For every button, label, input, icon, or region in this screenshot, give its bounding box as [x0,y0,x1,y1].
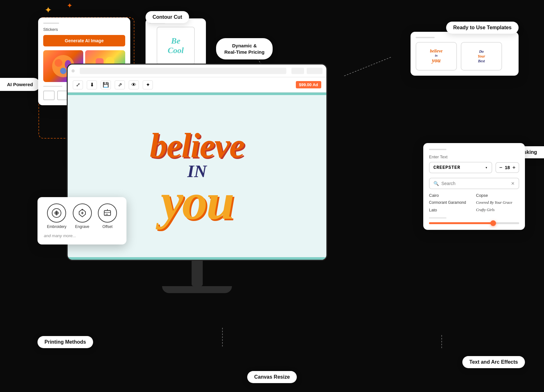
price-badge: $99.00 Ad [296,81,321,88]
and-many-more-text: and many more... [44,233,120,238]
ai-powered-label: AI Powered [0,78,40,91]
engrave-icon [73,203,92,223]
be-cool-line2: Cool [168,46,184,55]
printing-embroidery: Embroidery [47,203,66,229]
you-word: you [150,180,244,223]
embroidery-label: Embroidery [47,224,66,229]
ready-templates-label: Ready to Use Templates [446,22,519,34]
text-arc-text: Text and Arc Effects [469,359,518,365]
template-card-2[interactable]: Do Your Best [461,42,502,71]
canvas-resize-label: Canvas Resize [247,371,297,383]
toolbar-view[interactable]: 👁 [129,80,139,89]
panel-divider [43,86,62,87]
font-item-cormorant[interactable]: Cormorant Garamond [429,200,472,205]
chevron-down-icon: ▾ [485,165,488,170]
svg-rect-46 [105,214,108,215]
search-icon: 🔍 [433,181,439,186]
font-item-cairo[interactable]: Cairo [429,193,472,198]
svg-point-12 [60,68,66,74]
svg-point-43 [82,209,83,210]
printing-engrave: Engrave [73,203,92,229]
ai-powered-text: AI Powered [7,82,33,87]
price-value: $99.00 [299,82,312,87]
contour-cut-text: Contour Cut [153,14,182,20]
toolbar-share[interactable]: ⇗ [115,80,125,89]
font-size-value: 18 [504,165,511,170]
text-arc-label: Text and Arc Effects [462,356,525,368]
font-select[interactable]: CREEPSTER ▾ [429,162,492,173]
size-increase-btn[interactable]: + [513,165,515,170]
toolbar-download[interactable]: ⬇ [87,80,97,89]
screen-btn-2 [307,68,323,74]
monitor-stand-assembly [67,261,327,293]
font-item-crafty[interactable]: Crafty Girls [476,208,519,212]
engrave-label: Engrave [75,224,89,229]
stand-neck [192,261,203,286]
arc-slider-thumb[interactable] [490,220,496,226]
font-search-box: 🔍 ✕ [429,178,519,189]
printing-offset: Offset [98,203,117,229]
believe-text-art: believe IN you [150,129,244,223]
effects-title-bar [429,149,446,150]
arc-slider[interactable] [429,222,519,224]
contour-cut-panel: Be Cool [146,18,206,69]
be-cool-line1: Be [168,36,184,46]
printing-icons-row: Embroidery Engrave Offset [44,203,120,229]
enter-text-label: Enter Text [429,155,519,159]
templates-panel: believe in you Do Your Best [411,32,519,76]
sparkle-2: ✦ [67,2,72,10]
stand-base [162,286,232,293]
size-control: − 18 + [495,162,519,173]
printing-methods-text: Printing Methods [44,339,86,345]
canvas-top-accent [68,93,326,95]
offset-label: Offset [102,224,112,229]
url-bar [80,68,286,74]
screen-top-bar [68,65,326,77]
font-item-lato[interactable]: Lato [429,208,472,212]
offset-icon [98,203,117,223]
contour-cut-label: Contour Cut [146,11,189,23]
canvas-resize-text: Canvas Resize [254,374,290,380]
canvas-bottom-accent [68,257,326,260]
embroidery-icon [47,203,66,223]
screen-dot-1 [71,69,75,72]
svg-point-39 [56,212,58,214]
toolbar-save[interactable]: 💾 [101,80,111,89]
size-decrease-btn[interactable]: − [499,165,502,170]
panel-title-bar [43,23,59,24]
slider-bar [429,217,446,218]
template-1-text: believe in you [430,49,443,64]
font-item-covered[interactable]: Covered By Your Grace [476,200,519,205]
price-label: Ad [313,82,318,87]
templates-grid: believe in you Do Your Best [416,42,513,71]
printing-methods-label: Printing Methods [37,336,93,348]
svg-line-4 [343,57,391,76]
sparkle-1: ✦ [44,5,52,15]
font-selector-row: CREEPSTER ▾ − 18 + [429,162,519,173]
sticker-panel-title: Stickers [43,27,125,32]
template-card-1[interactable]: believe in you [416,42,457,71]
believe-design: believe IN you [150,93,244,260]
templates-title-bar [416,37,435,38]
toolbar-magic[interactable]: ✦ [143,80,153,89]
dynamic-pricing-label: Dynamic &Real-Time Pricing [216,38,273,59]
printing-panel: Embroidery Engrave Offset and many more.… [37,197,126,244]
monitor-toolbar: ⤢ ⬇ 💾 ⇗ 👁 ✦ $99.00 Ad [68,77,326,93]
shape-option-1[interactable] [43,91,55,100]
believe-word: believe [150,129,244,162]
generate-ai-btn[interactable]: Generate AI Image [43,35,125,46]
toolbar-expand[interactable]: ⤢ [73,80,83,89]
svg-point-10 [55,59,62,67]
dynamic-pricing-text: Dynamic &Real-Time Pricing [224,43,264,55]
font-search-input[interactable] [441,181,508,186]
template-2-text: Do Your Best [478,49,485,64]
ready-templates-text: Ready to Use Templates [453,25,512,30]
text-effects-panel: Enter Text CREEPSTER ▾ − 18 + 🔍 ✕ Cairo … [423,143,525,230]
contour-sticker: Be Cool [157,27,195,65]
screen-btn-1 [291,68,304,74]
font-list: Cairo Copse Cormorant Garamond Covered B… [429,193,519,212]
selected-font-name: CREEPSTER [433,165,460,170]
font-item-copse[interactable]: Copse [476,193,519,198]
be-cool-design: Be Cool [168,36,184,55]
search-clear-icon[interactable]: ✕ [511,181,515,186]
